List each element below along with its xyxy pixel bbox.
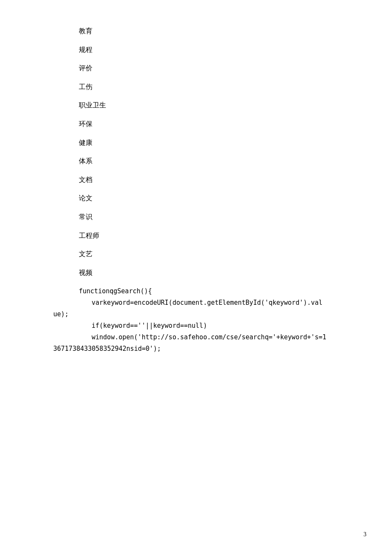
menu-item-11: 常识 xyxy=(79,211,366,223)
code-line-2: varkeyword=encodeURI(document.getElement… xyxy=(92,297,366,309)
menu-item-12: 工程师 xyxy=(79,230,366,241)
page-number: 3 xyxy=(363,531,366,538)
code-line-4: if(keyword==''||keyword==null) xyxy=(92,320,366,332)
menu-item-6: 环保 xyxy=(79,119,366,130)
code-line-1: functionqgSearch(){ xyxy=(79,286,366,297)
code-line-6: 367173843305835294​2nsid=0'); xyxy=(53,343,366,355)
page-container: 教育 规程 评价 工伤 职业卫生 环保 健康 体系 文档 论文 常识 工程师 文… xyxy=(0,0,392,555)
code-line-3: ue); xyxy=(40,309,366,320)
menu-item-14: 视频 xyxy=(79,267,366,278)
menu-item-9: 文档 xyxy=(79,174,366,185)
menu-item-1: 教育 xyxy=(79,26,366,37)
code-line-5: window.open('http://so.safehoo.com/cse/s… xyxy=(92,332,366,343)
code-block: functionqgSearch(){ varkeyword=encodeURI… xyxy=(79,286,366,355)
menu-item-13: 文艺 xyxy=(79,249,366,260)
menu-item-2: 规程 xyxy=(79,44,366,55)
menu-item-10: 论文 xyxy=(79,193,366,204)
menu-item-5: 职业卫生 xyxy=(79,100,366,111)
menu-item-4: 工伤 xyxy=(79,81,366,92)
menu-item-8: 体系 xyxy=(79,156,366,167)
content-area: 教育 规程 评价 工伤 职业卫生 环保 健康 体系 文档 论文 常识 工程师 文… xyxy=(79,26,366,355)
menu-item-7: 健康 xyxy=(79,137,366,148)
menu-item-3: 评价 xyxy=(79,63,366,74)
